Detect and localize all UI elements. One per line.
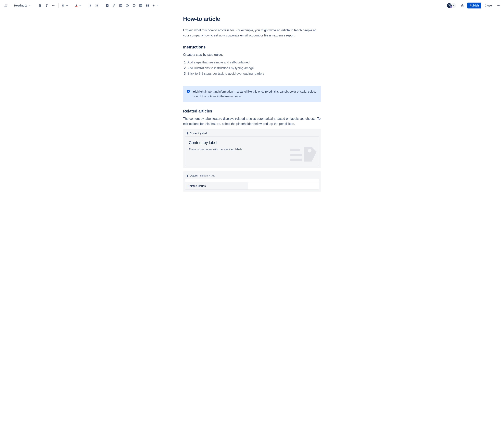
restrictions-button[interactable]: [459, 2, 466, 9]
heading-selector[interactable]: Heading 2: [12, 3, 33, 8]
macro-header: Contentbylabel: [185, 131, 319, 136]
svg-point-5: [54, 5, 54, 6]
avatar-status-badge: C: [450, 6, 452, 9]
chevron-down-icon: [156, 4, 159, 7]
emoji-button[interactable]: [131, 2, 137, 9]
svg-point-42: [498, 5, 499, 6]
related-heading[interactable]: Related articles: [183, 109, 321, 113]
more-formatting-button[interactable]: [50, 2, 56, 9]
table-button[interactable]: [138, 2, 144, 9]
instructions-list[interactable]: Add steps that are simple and self-conta…: [183, 60, 321, 77]
link-button[interactable]: [111, 2, 117, 9]
chevron-down-icon: [79, 4, 82, 7]
list-item[interactable]: Add steps that are simple and self-conta…: [187, 60, 321, 65]
svg-point-11: [89, 5, 89, 6]
page-title[interactable]: How-to article: [183, 16, 321, 22]
close-button[interactable]: Close: [482, 2, 494, 8]
user-avatar[interactable]: CK C: [447, 3, 452, 8]
more-actions-button[interactable]: [495, 2, 502, 9]
publish-button[interactable]: Publish: [467, 2, 481, 8]
related-intro[interactable]: The content by label feature displays re…: [183, 116, 321, 126]
info-icon: [187, 90, 190, 93]
info-panel[interactable]: Highlight important information in a pan…: [183, 86, 321, 102]
panel-text[interactable]: Highlight important information in a pan…: [193, 89, 317, 99]
svg-point-12: [89, 6, 89, 6]
svg-rect-49: [290, 159, 302, 161]
mention-button[interactable]: [124, 2, 130, 9]
svg-rect-22: [106, 4, 108, 7]
macro-name: Contentbylabel: [190, 132, 207, 135]
document-icon: [186, 174, 189, 177]
svg-point-29: [134, 5, 135, 5]
confluence-logo: [3, 3, 8, 8]
layouts-button[interactable]: [144, 2, 151, 9]
details-macro[interactable]: Details | hidden = true Related issues: [183, 171, 321, 192]
svg-point-43: [499, 5, 500, 6]
svg-point-28: [133, 5, 134, 5]
intro-paragraph[interactable]: Explain what this how-to article is for.…: [183, 28, 321, 38]
svg-rect-40: [461, 5, 463, 7]
macro-name: Details: [190, 174, 198, 177]
svg-point-46: [188, 91, 189, 91]
macro-meta: | hidden = true: [199, 174, 215, 177]
italic-button[interactable]: [43, 2, 50, 9]
svg-point-50: [308, 149, 311, 152]
svg-point-27: [133, 4, 135, 7]
svg-rect-34: [146, 4, 147, 7]
instructions-intro[interactable]: Create a step-by-step guide:: [183, 52, 321, 57]
svg-point-10: [89, 4, 89, 5]
svg-rect-45: [188, 91, 189, 92]
bullet-list-button[interactable]: [87, 2, 93, 9]
svg-rect-9: [75, 6, 78, 7]
list-item[interactable]: Stick to 3-5 steps per task to avoid ove…: [187, 71, 321, 77]
alignment-button[interactable]: [61, 2, 70, 9]
table-cell-label[interactable]: Related issues: [185, 182, 248, 190]
divider: [58, 3, 59, 8]
image-button[interactable]: [118, 2, 124, 9]
details-table[interactable]: Related issues: [185, 182, 319, 190]
svg-point-3: [52, 5, 53, 6]
numbered-list-button[interactable]: 123: [94, 2, 100, 9]
text-color-button[interactable]: [74, 2, 83, 9]
divider: [85, 3, 85, 8]
svg-point-25: [126, 4, 128, 7]
table-row[interactable]: Related issues: [185, 182, 319, 190]
heading-selector-label: Heading 2: [14, 4, 27, 7]
editor-content[interactable]: How-to article Explain what this how-to …: [179, 11, 325, 204]
action-item-button[interactable]: [104, 2, 110, 9]
svg-point-41: [497, 5, 498, 6]
svg-point-4: [53, 5, 54, 6]
chevron-down-icon: [28, 4, 31, 7]
macro-header: Details | hidden = true: [185, 173, 319, 179]
content-by-label-macro[interactable]: Contentbylabel Content by label There is…: [183, 129, 321, 168]
svg-rect-23: [120, 4, 122, 7]
chevron-down-icon: [65, 4, 69, 7]
table-cell-value[interactable]: [248, 182, 319, 190]
svg-rect-48: [290, 154, 302, 156]
collaborators: CK C: [447, 3, 456, 8]
bold-button[interactable]: [37, 2, 43, 9]
svg-rect-47: [290, 149, 300, 151]
insert-button[interactable]: [151, 2, 160, 9]
document-icon: [186, 132, 189, 135]
list-item[interactable]: Add illustrations to instructions by typ…: [187, 65, 321, 71]
svg-line-0: [46, 4, 47, 7]
macro-body[interactable]: Content by label There is no content wit…: [185, 136, 319, 166]
editor-toolbar: Heading 2 123: [0, 0, 504, 11]
label-illustration: [290, 143, 318, 165]
instructions-heading[interactable]: Instructions: [183, 45, 321, 49]
macro-body[interactable]: Related issues: [185, 179, 319, 190]
svg-text:3: 3: [95, 6, 96, 7]
svg-rect-35: [148, 4, 149, 7]
